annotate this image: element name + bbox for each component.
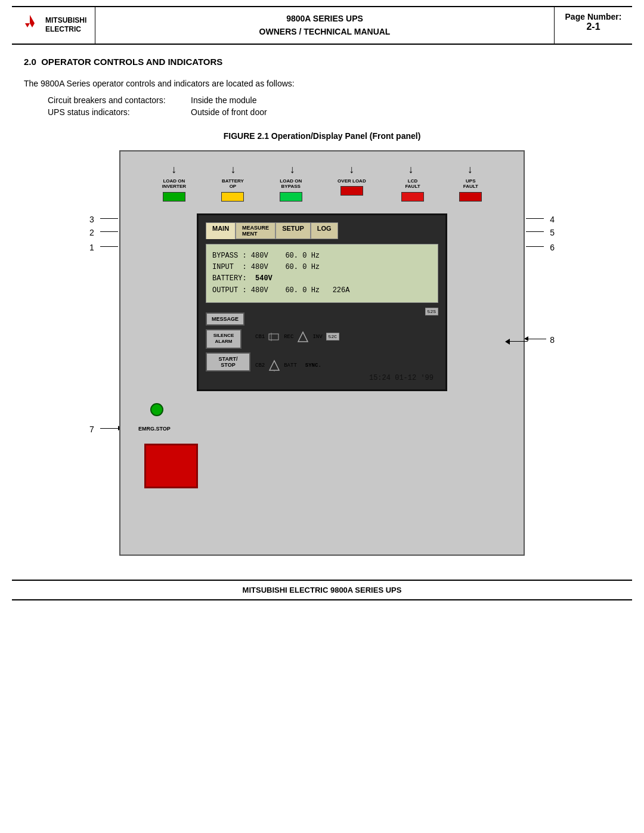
indicator-over-load: OVER LOAD: [338, 178, 366, 202]
arrow-line-6: [526, 246, 544, 247]
info-value-1: Inside the module: [191, 95, 257, 105]
lcd-tabs: MAIN MEASUREMENT SETUP LOG: [206, 222, 438, 239]
marker-8: 8: [550, 335, 555, 345]
lcd-buttons: MESSAGE SILENCEALARM START/STOP: [206, 312, 250, 371]
start-stop-button[interactable]: START/STOP: [206, 352, 250, 371]
lcd-bottom-area: MESSAGE SILENCEALARM START/STOP 5: [206, 308, 438, 371]
panel-diagram: 3 2 1 7 4 5 6 8 ↓ ↓ ↓: [89, 150, 555, 556]
circuit-inv-label: INV: [312, 334, 322, 340]
circuit-label-52c: 52C: [326, 333, 339, 340]
svg-marker-2: [30, 23, 35, 27]
circuit-batt-symbol: [268, 360, 280, 371]
emrg-stop-area: EMRG.STOP: [132, 426, 512, 488]
svg-marker-5: [298, 332, 308, 342]
marker-3: 3: [89, 215, 94, 224]
tab-setup[interactable]: SETUP: [275, 222, 311, 239]
circuit-rec-label: REC: [284, 334, 293, 340]
circuit-batt-label: BATT: [284, 363, 297, 368]
top-arrows: ↓ ↓ ↓ ↓ ↓ ↓: [132, 163, 512, 176]
arrow-line-5: [526, 231, 544, 232]
arrow-line-2: [100, 231, 118, 232]
arrow-to-8: [505, 339, 528, 345]
message-button[interactable]: MESSAGE: [206, 312, 244, 326]
footer: MITSUBISHI ELECTRIC 9800A SERIES UPS: [12, 580, 632, 600]
circuit-label-52s: 52S: [425, 308, 438, 315]
arrow-line-4: [526, 218, 544, 219]
marker-5: 5: [550, 228, 555, 237]
message-btn-row: MESSAGE: [206, 312, 250, 326]
section-title: 2.0 OPERATOR CONTROLS AND INDICATORS: [24, 57, 620, 67]
circuit-row-bottom: CB2 BATT SYNC.: [255, 360, 438, 371]
tab-measurement[interactable]: MEASUREMENT: [236, 222, 275, 239]
indicator-label-1: LOAD ONINVERTER: [162, 178, 186, 190]
lcd-line-input: INPUT : 480V 60. 0 Hz: [212, 262, 432, 273]
indicator-ups-fault: UPSFAULT: [459, 178, 482, 202]
emrg-stop-label: EMRG.STOP: [138, 426, 512, 432]
arrow-line-8: [525, 339, 546, 339]
indicator-light-2: [221, 192, 244, 202]
indicator-load-on-inverter: LOAD ONINVERTER: [162, 178, 186, 202]
circuit-row-middle: CB1 REC INV 52C: [255, 331, 438, 343]
manual-title: 9800A SERIES UPS: [100, 12, 549, 25]
lcd-line-bypass: BYPASS : 480V 60. 0 Hz: [212, 250, 432, 262]
svg-marker-1: [25, 23, 30, 27]
lcd-timestamp: 15:24 01-12 '99: [206, 374, 438, 382]
indicator-battery-op: BATTERYOP: [221, 178, 244, 202]
arrow-line-3: [100, 218, 118, 219]
arrow-line-7: [100, 428, 122, 429]
footer-text: MITSUBISHI ELECTRIC 9800A SERIES UPS: [243, 586, 402, 594]
company-logo: MITSUBISHI ELECTRIC: [12, 7, 95, 44]
emrg-stop-button[interactable]: [144, 444, 198, 488]
indicator-label-2: BATTERYOP: [222, 178, 244, 190]
marker-7: 7: [89, 425, 94, 434]
tab-log[interactable]: LOG: [311, 222, 338, 239]
indicator-light-6: [459, 192, 482, 202]
circuit-symbols-area: 52S CB1 REC: [255, 308, 438, 371]
header: MITSUBISHI ELECTRIC 9800A SERIES UPS OWN…: [12, 6, 632, 45]
page-number-block: Page Number: 2-1: [555, 7, 632, 44]
panel-box: ↓ ↓ ↓ ↓ ↓ ↓ LOAD ONINVERTER BATTERYOP LO…: [119, 150, 525, 556]
lcd-line-output: OUTPUT : 480V 60. 0 Hz 226A: [212, 285, 432, 296]
green-indicator-row: [150, 403, 512, 416]
indicator-light-5: [401, 192, 424, 202]
indicator-light-1: [163, 192, 185, 202]
info-table: Circuit breakers and contactors: Inside …: [48, 95, 620, 117]
indicator-row: LOAD ONINVERTER BATTERYOP LOAD ONBYPASS …: [132, 178, 512, 202]
arrow-line-1: [100, 246, 118, 247]
circuit-inv-symbol: [297, 331, 309, 343]
info-row-1: Circuit breakers and contactors: Inside …: [48, 95, 620, 105]
page-number: 2-1: [564, 21, 623, 32]
info-label-2: UPS status indicators:: [48, 107, 191, 117]
info-label-1: Circuit breakers and contactors:: [48, 95, 191, 105]
indicator-lcd-fault: LCDFAULT: [401, 178, 424, 202]
circuit-cb2-label: CB2: [255, 363, 265, 368]
indicator-label-5: LCDFAULT: [405, 178, 420, 190]
indicator-label-6: UPSFAULT: [463, 178, 478, 190]
content-area: 2.0 OPERATOR CONTROLS AND INDICATORS The…: [0, 45, 644, 568]
start-stop-btn-row: START/STOP: [206, 352, 250, 371]
page-label: Page Number:: [564, 12, 623, 21]
indicator-light-3: [280, 192, 302, 202]
svg-rect-3: [269, 334, 278, 340]
intro-text: The 9800A Series operator controls and i…: [24, 79, 620, 88]
svg-marker-6: [270, 361, 279, 370]
indicator-load-on-bypass: LOAD ONBYPASS: [280, 178, 302, 202]
marker-2: 2: [89, 228, 94, 237]
indicator-light-4: [340, 186, 363, 196]
info-value-2: Outside of front door: [191, 107, 267, 117]
green-indicator-button[interactable]: [150, 403, 163, 416]
lcd-screen: MAIN MEASUREMENT SETUP LOG BYPASS : 480V…: [197, 213, 447, 391]
company-name: MITSUBISHI ELECTRIC: [45, 16, 86, 35]
figure-caption: FIGURE 2.1 Operation/Display Panel (Fron…: [24, 131, 620, 141]
circuit-row-52s: 52S: [255, 308, 438, 315]
marker-1: 1: [89, 243, 94, 252]
marker-6: 6: [550, 243, 555, 252]
mitsubishi-logo-icon: [19, 14, 41, 35]
silence-alarm-button[interactable]: SILENCEALARM: [206, 329, 242, 349]
circuit-rec-symbol: [268, 332, 280, 342]
manual-title-block: 9800A SERIES UPS OWNERS / TECHNICAL MANU…: [95, 7, 555, 44]
circuit-cb1-label: CB1: [255, 334, 265, 340]
tab-main[interactable]: MAIN: [206, 222, 236, 239]
marker-4: 4: [550, 215, 555, 224]
lcd-display: BYPASS : 480V 60. 0 Hz INPUT : 480V 60. …: [206, 244, 438, 303]
